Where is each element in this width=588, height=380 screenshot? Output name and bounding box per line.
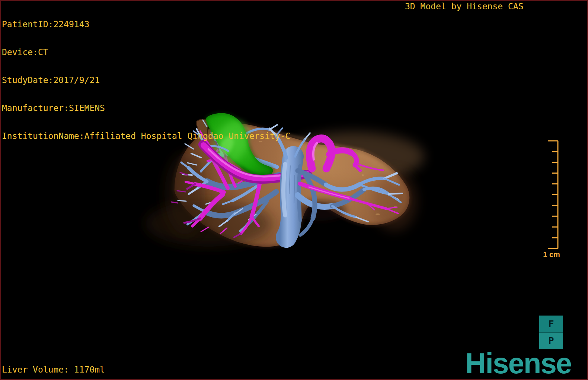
device-text: Device:CT	[2, 48, 290, 57]
liver-volume-text: Liver Volume: 1170ml	[2, 365, 105, 374]
orientation-front-label: F	[548, 319, 554, 329]
patient-id-text: PatientID:2249143	[2, 20, 290, 29]
orientation-front-cell[interactable]: F	[539, 316, 563, 333]
institution-text: InstitutionName:Affiliated Hospital Qing…	[2, 132, 290, 141]
scale-ruler: 1 cm	[543, 141, 560, 259]
study-date-text: StudyDate:2017/9/21	[2, 76, 290, 85]
dicom-overlay: PatientID:2249143 Device:CT StudyDate:20…	[2, 1, 290, 150]
app-title: 3D Model by Hisense CAS	[405, 1, 524, 11]
orientation-posterior-label: P	[548, 335, 554, 346]
manufacturer-text: Manufacturer:SIEMENS	[2, 104, 290, 113]
scale-label: 1 cm	[543, 250, 560, 259]
orientation-widget[interactable]: F P	[539, 316, 563, 349]
hisense-logo: Hisense	[465, 349, 571, 378]
